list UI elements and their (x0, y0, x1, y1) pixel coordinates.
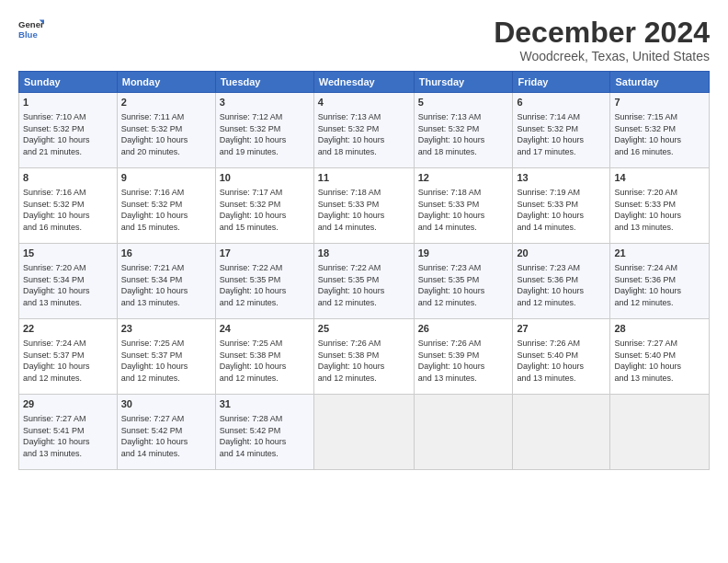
day-info: Sunrise: 7:11 AM Sunset: 5:32 PM Dayligh… (121, 111, 211, 157)
calendar-week-row: 22Sunrise: 7:24 AM Sunset: 5:37 PM Dayli… (19, 319, 710, 395)
col-saturday: Saturday (610, 72, 710, 93)
day-info: Sunrise: 7:10 AM Sunset: 5:32 PM Dayligh… (23, 111, 113, 157)
header: General Blue December 2024 Woodcreek, Te… (18, 17, 710, 63)
day-number: 30 (121, 397, 211, 411)
day-info: Sunrise: 7:26 AM Sunset: 5:38 PM Dayligh… (318, 338, 410, 384)
calendar-cell: 7Sunrise: 7:15 AM Sunset: 5:32 PM Daylig… (610, 93, 710, 168)
day-number: 26 (418, 322, 509, 336)
day-info: Sunrise: 7:20 AM Sunset: 5:33 PM Dayligh… (614, 187, 705, 233)
day-number: 20 (517, 247, 606, 260)
col-friday: Friday (513, 72, 610, 93)
calendar-cell: 20Sunrise: 7:23 AM Sunset: 5:36 PM Dayli… (513, 244, 610, 319)
col-monday: Monday (117, 72, 215, 93)
day-info: Sunrise: 7:13 AM Sunset: 5:32 PM Dayligh… (418, 111, 509, 157)
calendar-cell: 18Sunrise: 7:22 AM Sunset: 5:35 PM Dayli… (313, 244, 414, 319)
day-number: 31 (220, 397, 310, 411)
calendar-week-row: 29Sunrise: 7:27 AM Sunset: 5:41 PM Dayli… (19, 395, 710, 470)
calendar-cell: 13Sunrise: 7:19 AM Sunset: 5:33 PM Dayli… (513, 168, 610, 244)
day-number: 5 (418, 96, 509, 109)
day-number: 8 (23, 171, 113, 185)
day-number: 1 (23, 96, 113, 109)
day-number: 25 (318, 322, 410, 336)
calendar-cell (313, 395, 414, 470)
calendar-week-row: 8Sunrise: 7:16 AM Sunset: 5:32 PM Daylig… (19, 168, 710, 244)
day-number: 18 (318, 247, 410, 260)
day-info: Sunrise: 7:18 AM Sunset: 5:33 PM Dayligh… (418, 187, 509, 233)
day-info: Sunrise: 7:23 AM Sunset: 5:35 PM Dayligh… (418, 262, 509, 308)
day-info: Sunrise: 7:14 AM Sunset: 5:32 PM Dayligh… (517, 111, 606, 157)
day-info: Sunrise: 7:27 AM Sunset: 5:41 PM Dayligh… (23, 413, 113, 459)
day-number: 3 (220, 96, 310, 109)
calendar-cell: 12Sunrise: 7:18 AM Sunset: 5:33 PM Dayli… (414, 168, 513, 244)
day-info: Sunrise: 7:17 AM Sunset: 5:32 PM Dayligh… (220, 187, 310, 233)
day-number: 6 (517, 96, 606, 109)
day-number: 9 (121, 171, 211, 185)
day-number: 15 (23, 247, 113, 260)
day-info: Sunrise: 7:26 AM Sunset: 5:39 PM Dayligh… (418, 338, 509, 384)
day-info: Sunrise: 7:25 AM Sunset: 5:38 PM Dayligh… (220, 338, 310, 384)
title-block: December 2024 Woodcreek, Texas, United S… (494, 17, 710, 63)
calendar-cell: 21Sunrise: 7:24 AM Sunset: 5:36 PM Dayli… (610, 244, 710, 319)
day-number: 27 (517, 322, 606, 336)
day-number: 4 (318, 96, 410, 109)
day-info: Sunrise: 7:18 AM Sunset: 5:33 PM Dayligh… (318, 187, 410, 233)
calendar-cell (513, 395, 610, 470)
col-wednesday: Wednesday (313, 72, 414, 93)
calendar-cell: 9Sunrise: 7:16 AM Sunset: 5:32 PM Daylig… (117, 168, 215, 244)
day-info: Sunrise: 7:24 AM Sunset: 5:37 PM Dayligh… (23, 338, 113, 384)
calendar-week-row: 15Sunrise: 7:20 AM Sunset: 5:34 PM Dayli… (19, 244, 710, 319)
day-info: Sunrise: 7:21 AM Sunset: 5:34 PM Dayligh… (121, 262, 211, 308)
logo: General Blue (18, 17, 44, 42)
col-thursday: Thursday (414, 72, 513, 93)
day-info: Sunrise: 7:16 AM Sunset: 5:32 PM Dayligh… (23, 187, 113, 233)
calendar-table: Sunday Monday Tuesday Wednesday Thursday… (18, 71, 710, 470)
day-info: Sunrise: 7:26 AM Sunset: 5:40 PM Dayligh… (517, 338, 606, 384)
day-info: Sunrise: 7:22 AM Sunset: 5:35 PM Dayligh… (318, 262, 410, 308)
calendar-cell (610, 395, 710, 470)
day-number: 12 (418, 171, 509, 185)
calendar-cell: 2Sunrise: 7:11 AM Sunset: 5:32 PM Daylig… (117, 93, 215, 168)
calendar-cell: 1Sunrise: 7:10 AM Sunset: 5:32 PM Daylig… (19, 93, 118, 168)
day-number: 29 (23, 397, 113, 411)
col-sunday: Sunday (19, 72, 118, 93)
calendar-cell: 8Sunrise: 7:16 AM Sunset: 5:32 PM Daylig… (19, 168, 118, 244)
calendar-cell: 24Sunrise: 7:25 AM Sunset: 5:38 PM Dayli… (215, 319, 313, 395)
calendar-cell: 5Sunrise: 7:13 AM Sunset: 5:32 PM Daylig… (414, 93, 513, 168)
day-number: 19 (418, 247, 509, 260)
day-info: Sunrise: 7:13 AM Sunset: 5:32 PM Dayligh… (318, 111, 410, 157)
calendar-cell: 10Sunrise: 7:17 AM Sunset: 5:32 PM Dayli… (215, 168, 313, 244)
calendar-cell: 14Sunrise: 7:20 AM Sunset: 5:33 PM Dayli… (610, 168, 710, 244)
day-info: Sunrise: 7:22 AM Sunset: 5:35 PM Dayligh… (220, 262, 310, 308)
calendar-cell: 3Sunrise: 7:12 AM Sunset: 5:32 PM Daylig… (215, 93, 313, 168)
calendar-header-row: Sunday Monday Tuesday Wednesday Thursday… (19, 72, 710, 93)
day-info: Sunrise: 7:27 AM Sunset: 5:42 PM Dayligh… (121, 413, 211, 459)
calendar-cell: 31Sunrise: 7:28 AM Sunset: 5:42 PM Dayli… (215, 395, 313, 470)
svg-text:General: General (18, 19, 44, 29)
col-tuesday: Tuesday (215, 72, 313, 93)
day-number: 17 (220, 247, 310, 260)
day-number: 23 (121, 322, 211, 336)
calendar-cell: 30Sunrise: 7:27 AM Sunset: 5:42 PM Dayli… (117, 395, 215, 470)
day-number: 13 (517, 171, 606, 185)
calendar-cell: 27Sunrise: 7:26 AM Sunset: 5:40 PM Dayli… (513, 319, 610, 395)
calendar-cell: 29Sunrise: 7:27 AM Sunset: 5:41 PM Dayli… (19, 395, 118, 470)
day-number: 28 (614, 322, 705, 336)
day-number: 2 (121, 96, 211, 109)
calendar-cell: 4Sunrise: 7:13 AM Sunset: 5:32 PM Daylig… (313, 93, 414, 168)
logo-icon: General Blue (18, 17, 44, 42)
day-info: Sunrise: 7:25 AM Sunset: 5:37 PM Dayligh… (121, 338, 211, 384)
day-info: Sunrise: 7:12 AM Sunset: 5:32 PM Dayligh… (220, 111, 310, 157)
day-info: Sunrise: 7:27 AM Sunset: 5:40 PM Dayligh… (614, 338, 705, 384)
day-info: Sunrise: 7:15 AM Sunset: 5:32 PM Dayligh… (614, 111, 705, 157)
day-info: Sunrise: 7:16 AM Sunset: 5:32 PM Dayligh… (121, 187, 211, 233)
calendar-cell: 26Sunrise: 7:26 AM Sunset: 5:39 PM Dayli… (414, 319, 513, 395)
day-number: 7 (614, 96, 705, 109)
calendar-cell: 17Sunrise: 7:22 AM Sunset: 5:35 PM Dayli… (215, 244, 313, 319)
calendar-cell: 23Sunrise: 7:25 AM Sunset: 5:37 PM Dayli… (117, 319, 215, 395)
month-title: December 2024 (494, 17, 710, 49)
location: Woodcreek, Texas, United States (494, 49, 710, 63)
day-info: Sunrise: 7:23 AM Sunset: 5:36 PM Dayligh… (517, 262, 606, 308)
calendar-cell: 11Sunrise: 7:18 AM Sunset: 5:33 PM Dayli… (313, 168, 414, 244)
day-number: 11 (318, 171, 410, 185)
day-number: 22 (23, 322, 113, 336)
